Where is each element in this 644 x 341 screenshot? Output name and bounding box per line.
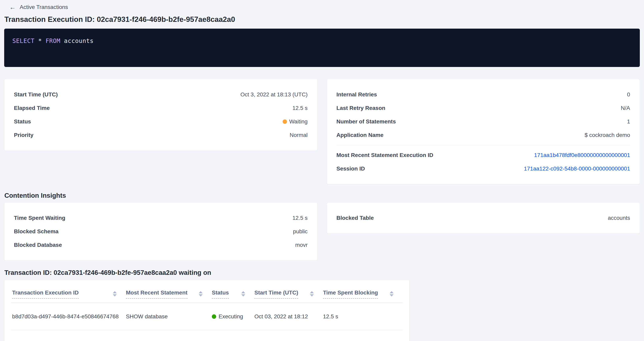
column-header-transaction-execution-id[interactable]: Transaction Execution ID — [12, 290, 126, 303]
elapsed-time-value: 12.5 s — [292, 105, 308, 111]
column-header-start-time[interactable]: Start Time (UTC) — [254, 290, 323, 303]
priority-label: Priority — [14, 132, 34, 138]
contention-right-card: Blocked Table accounts — [327, 202, 640, 234]
column-header-label: Transaction Execution ID — [12, 290, 79, 299]
time-spent-waiting-label: Time Spent Waiting — [14, 215, 65, 221]
column-header-status[interactable]: Status — [212, 290, 254, 303]
sql-keyword: FROM — [46, 37, 60, 44]
overview-card: Start Time (UTC) Oct 3, 2022 at 18:13 (U… — [4, 79, 318, 151]
application-name-value: $ cockroach demo — [584, 132, 630, 138]
blocked-schema-value: public — [293, 228, 308, 235]
blocked-schema-row: Blocked Schema public — [14, 225, 308, 238]
sql-statement-box: SELECT * FROM accounts — [4, 29, 640, 67]
status-label: Status — [14, 118, 31, 125]
contention-left-card: Time Spent Waiting 12.5 s Blocked Schema… — [4, 202, 318, 261]
internal-retries-value: 0 — [627, 91, 630, 98]
status-value: Waiting — [282, 118, 308, 125]
internal-retries-row: Internal Retries 0 — [336, 88, 630, 101]
internal-retries-label: Internal Retries — [336, 91, 377, 98]
column-header-label: Most Recent Statement — [126, 290, 188, 299]
table-header-row: Transaction Execution ID Most Recent Sta… — [11, 280, 403, 303]
time-spent-waiting-value: 12.5 s — [292, 215, 308, 221]
blocked-schema-label: Blocked Schema — [14, 228, 58, 235]
sql-text: accounts — [60, 37, 94, 44]
number-of-statements-label: Number of Statements — [336, 118, 396, 125]
cell-status: Executing — [212, 313, 254, 320]
session-id-link[interactable]: 171aa122-c092-54b8-0000-000000000001 — [524, 166, 630, 172]
status-executing-dot-icon — [212, 314, 216, 319]
sql-keyword: SELECT — [12, 37, 34, 44]
statement-execution-id-row: Most Recent Statement Execution ID 171aa… — [336, 148, 630, 162]
column-header-time-spent-blocking[interactable]: Time Spent Blocking — [323, 290, 403, 303]
breadcrumb[interactable]: ← Active Transactions — [4, 0, 640, 11]
sort-icon — [113, 291, 117, 297]
blocked-database-value: movr — [295, 242, 308, 248]
status-waiting-dot-icon — [282, 119, 287, 124]
last-retry-reason-row: Last Retry Reason N/A — [336, 101, 630, 115]
time-spent-waiting-row: Time Spent Waiting 12.5 s — [14, 211, 308, 225]
last-retry-reason-value: N/A — [621, 105, 630, 111]
status-row: Status Waiting — [14, 115, 308, 128]
breadcrumb-active-transactions-link[interactable]: Active Transactions — [20, 4, 68, 10]
column-header-label: Time Spent Blocking — [323, 290, 378, 299]
details-card: Internal Retries 0 Last Retry Reason N/A… — [327, 79, 640, 184]
elapsed-time-label: Elapsed Time — [14, 105, 50, 111]
sql-text: * — [34, 37, 46, 44]
status-text: Waiting — [289, 118, 308, 125]
start-time-value: Oct 3, 2022 at 18:13 (UTC) — [240, 91, 308, 98]
blocked-table-label: Blocked Table — [336, 215, 374, 221]
column-header-label: Start Time (UTC) — [254, 290, 298, 299]
cell-transaction-execution-id: b8d7d03a-d497-446b-8474-e50846674768 — [12, 313, 126, 320]
sort-icon — [241, 291, 245, 297]
application-name-label: Application Name — [336, 132, 384, 138]
transaction-details-page: ← Active Transactions Transaction Execut… — [0, 0, 644, 341]
cell-most-recent-statement: SHOW database — [126, 313, 212, 320]
application-name-row: Application Name $ cockroach demo — [336, 128, 630, 142]
waiting-on-table: Transaction Execution ID Most Recent Sta… — [4, 280, 410, 341]
column-header-label: Status — [212, 290, 229, 299]
blocked-database-label: Blocked Database — [14, 242, 62, 248]
contention-insights-heading: Contention Insights — [4, 192, 640, 200]
sort-icon — [199, 291, 203, 297]
blocked-table-value: accounts — [608, 215, 630, 221]
statement-execution-id-link[interactable]: 171aa1b478fdf0e80000000000000001 — [534, 152, 630, 158]
priority-row: Priority Normal — [14, 128, 308, 142]
number-of-statements-value: 1 — [627, 118, 630, 125]
column-header-most-recent-statement[interactable]: Most Recent Statement — [126, 290, 212, 303]
blocked-table-row: Blocked Table accounts — [336, 211, 630, 225]
elapsed-time-row: Elapsed Time 12.5 s — [14, 101, 308, 115]
sort-icon — [390, 291, 394, 297]
status-text: Executing — [218, 313, 243, 320]
back-arrow-icon[interactable]: ← — [9, 4, 16, 10]
session-id-label: Session ID — [336, 166, 365, 172]
session-id-row: Session ID 171aa122-c092-54b8-0000-00000… — [336, 162, 630, 175]
page-title: Transaction Execution ID: 02ca7931-f246-… — [4, 15, 640, 24]
start-time-row: Start Time (UTC) Oct 3, 2022 at 18:13 (U… — [14, 88, 308, 101]
number-of-statements-row: Number of Statements 1 — [336, 115, 630, 128]
cell-time-spent-blocking: 12.5 s — [323, 313, 403, 320]
statement-execution-id-label: Most Recent Statement Execution ID — [336, 152, 434, 158]
sort-icon — [310, 291, 314, 297]
blocked-database-row: Blocked Database movr — [14, 238, 308, 252]
priority-value: Normal — [290, 132, 308, 138]
start-time-label: Start Time (UTC) — [14, 91, 58, 98]
cell-start-time: Oct 03, 2022 at 18:12 — [254, 313, 323, 320]
table-row: b8d7d03a-d497-446b-8474-e50846674768 SHO… — [11, 303, 403, 330]
last-retry-reason-label: Last Retry Reason — [336, 105, 386, 111]
waiting-on-heading: Transaction ID: 02ca7931-f246-469b-b2fe-… — [4, 269, 640, 277]
